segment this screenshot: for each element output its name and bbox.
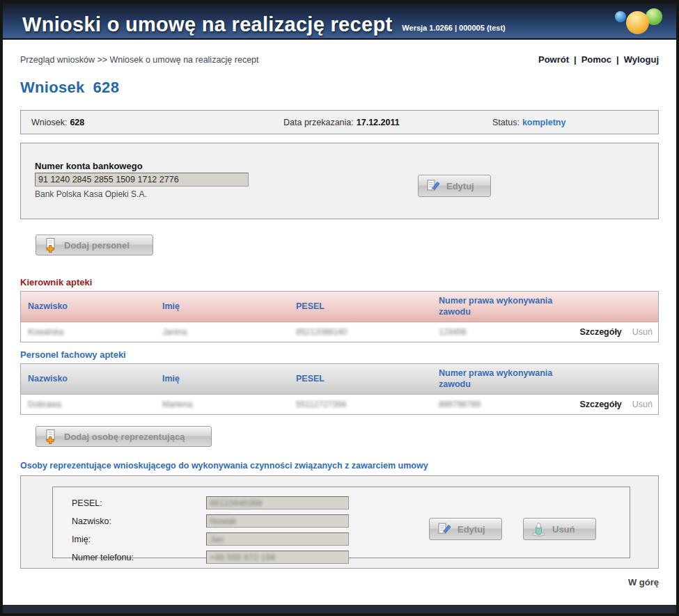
pesel-value: 66110446368 [210,498,263,508]
bank-account-label: Numer konta bankowego [35,161,658,171]
add-personnel-button-label: Dodaj personel [64,240,130,251]
cell-numer-prawa: 889798789 [439,400,481,409]
summary-panel: Wniosek:628 Data przekazania:17.12.2011 … [20,110,659,134]
edit-bank-button-label: Edytuj [446,181,474,191]
summary-wniosek: Wniosek:628 [31,118,283,127]
column-header-imie: Imię [155,301,289,313]
column-header-pesel: PESEL [289,374,432,385]
table-row: Kowalska Janina 85212088140 123456 Szcze… [21,322,658,342]
nav-link-pomoc[interactable]: Pomoc [582,54,611,65]
nav-separator: | [616,54,619,65]
nazwisko-label: Nazwisko: [72,516,206,526]
cell-numer-prawa: 123456 [439,327,467,337]
bank-panel: Numer konta bankowego 91 1240 2845 2855 … [20,143,659,219]
row-actions: Szczegóły Usuń [561,400,658,409]
imie-label: Imię: [72,535,206,544]
summary-date-value: 17.12.2011 [357,118,400,127]
add-document-icon [43,429,58,444]
staff-table-header: Nazwisko Imię PESEL Numer prawa wykonywa… [21,364,658,395]
delete-representative-button[interactable]: Usuń [523,518,596,540]
bank-account-value: 91 1240 2845 2855 1509 1712 2776 [38,175,179,184]
logo-ball-orange-icon [626,11,649,34]
edit-representative-button[interactable]: Edytuj [429,518,502,540]
remove-link[interactable]: Usuń [632,400,653,409]
cell-imie: Janina [162,327,187,337]
telefon-value: +48 555 672 194 [210,553,275,562]
summary-wniosek-value: 628 [70,118,84,127]
imie-field[interactable]: Jan [206,532,349,546]
delete-representative-button-label: Usuń [552,524,575,535]
cell-nazwisko: Kowalska [28,327,63,337]
telefon-label: Numer telefonu: [72,553,206,562]
page-title: Wniosek 628 [20,79,659,97]
nav-separator: | [574,54,577,65]
bank-account-input[interactable]: 91 1240 2845 2855 1509 1712 2776 [35,173,249,187]
app-header: Wnioski o umowę na realizację recept Wer… [3,3,676,40]
staff-table-title: Personel fachowy apteki [20,349,659,360]
app-title: Wnioski o umowę na realizację recept [22,15,392,35]
cell-pesel: 55112727394 [296,400,347,409]
logo-ball-blue-icon [615,11,626,22]
representatives-panel: PESEL: 66110446368 Nazwisko: Nowak Imię:… [20,475,659,569]
status-badge: kompletny [522,118,566,127]
manager-table-title: Kierownik apteki [20,277,659,287]
logo-balls [615,5,666,38]
nav-link-powrot[interactable]: Powrót [538,54,569,65]
back-to-top-link[interactable]: W górę [628,577,659,587]
remove-link[interactable]: Usuń [632,327,653,337]
column-header-numer-prawa: Numer prawa wykonywania zawodu [432,296,561,317]
summary-status: Status:kompletny [492,118,658,127]
bank-name: Bank Polska Kasa Opieki S.A. [35,189,658,199]
footer-bar [3,605,676,613]
summary-status-label: Status: [492,118,520,127]
pesel-field[interactable]: 66110446368 [206,496,349,510]
cell-nazwisko: Dobrawa [28,400,61,409]
edit-icon [426,178,441,194]
row-actions: Szczegóły Usuń [561,327,658,337]
trash-icon [531,521,547,537]
edit-icon [437,521,452,537]
page-title-label: Wniosek [20,79,85,97]
summary-date-label: Data przekazania: [283,118,354,127]
column-header-imie: Imię [155,374,289,385]
manager-table-header: Nazwisko Imię PESEL Numer prawa wykonywa… [21,292,658,322]
column-header-nazwisko: Nazwisko [21,374,155,385]
nav-links: Powrót | Pomoc | Wyloguj [538,54,659,65]
add-document-icon [43,237,58,253]
staff-table: Nazwisko Imię PESEL Numer prawa wykonywa… [20,363,659,415]
details-link[interactable]: Szczegóły [579,327,621,337]
column-header-numer-prawa: Numer prawa wykonywania zawodu [432,368,561,390]
page: Wnioski o umowę na realizację recept Wer… [0,0,679,616]
table-row: Dobrawa Marlena 55112727394 889798789 Sz… [21,395,658,414]
add-representative-button-label: Dodaj osobę reprezentującą [64,432,185,442]
app-version: Wersja 1.0266 | 000005 (test) [402,24,505,32]
summary-date: Data przekazania:17.12.2011 [283,118,492,127]
manager-table: Nazwisko Imię PESEL Numer prawa wykonywa… [20,291,659,342]
edit-representative-button-label: Edytuj [458,524,485,535]
main-content: Wniosek 628 Wniosek:628 Data przekazania… [3,65,676,605]
add-personnel-button[interactable]: Dodaj personel [36,235,153,255]
cell-imie: Marlena [162,400,192,409]
details-link[interactable]: Szczegóły [579,400,621,409]
nav-link-wyloguj[interactable]: Wyloguj [624,54,659,65]
topbar: Przegląd wniosków >> Wniosek o umowę na … [3,54,676,65]
form-row-pesel: PESEL: 66110446368 [72,496,630,510]
telefon-field[interactable]: +48 555 672 194 [206,551,349,564]
summary-wniosek-label: Wniosek: [31,118,67,127]
breadcrumb[interactable]: Przegląd wniosków >> Wniosek o umowę na … [20,55,259,65]
imie-value: Jan [210,535,224,544]
cell-pesel: 85212088140 [296,327,347,337]
representatives-title: Osoby reprezentujące wnioskującego do wy… [20,461,659,471]
column-header-nazwisko: Nazwisko [21,301,155,313]
pesel-label: PESEL: [72,498,206,508]
nazwisko-value: Nowak [210,516,236,526]
representative-card: PESEL: 66110446368 Nazwisko: Nowak Imię:… [52,487,630,558]
back-to-top: W górę [20,577,659,587]
page-title-number: 628 [93,79,120,97]
edit-bank-button[interactable]: Edytuj [418,175,491,197]
nazwisko-field[interactable]: Nowak [206,514,349,528]
form-row-telefon: Numer telefonu: +48 555 672 194 [72,551,630,564]
add-representative-button[interactable]: Dodaj osobę reprezentującą [36,426,212,447]
column-header-pesel: PESEL [289,301,432,313]
